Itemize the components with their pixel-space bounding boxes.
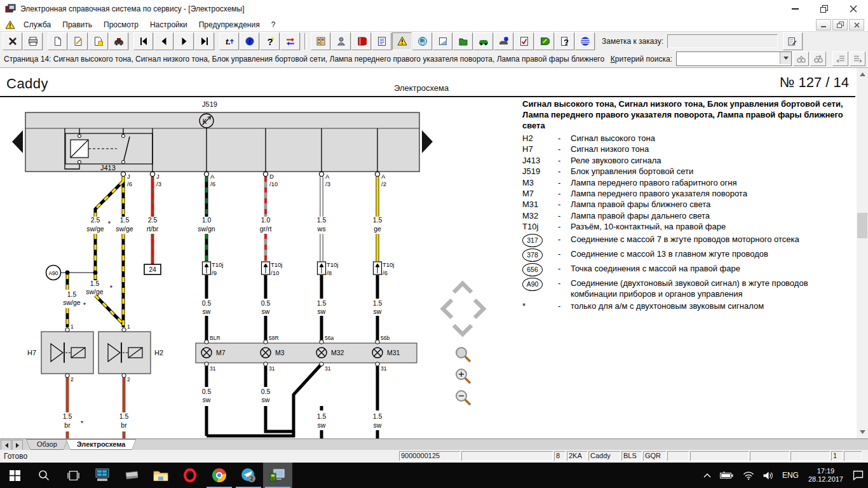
task-view-button[interactable] (58, 463, 88, 488)
svg-text:0.5: 0.5 (202, 299, 212, 307)
new-note-button[interactable] (88, 32, 108, 50)
edit-document-button[interactable] (68, 32, 88, 50)
plan-button[interactable] (433, 32, 452, 50)
list-forward-icon (853, 55, 863, 64)
help-document-icon: ? (560, 36, 570, 46)
combobox-dropdown-button[interactable] (780, 52, 791, 64)
nav-next-button[interactable] (174, 32, 194, 50)
svg-text:*: * (83, 301, 86, 309)
help-button[interactable]: ? (260, 32, 280, 50)
search-button[interactable] (793, 51, 809, 66)
tab-scroll-left-button[interactable] (1, 440, 11, 451)
status-cell: 2KA (567, 451, 587, 461)
info-button[interactable]: i (240, 32, 259, 50)
document-type: Электросхема (394, 83, 449, 93)
customer-button[interactable] (331, 32, 351, 50)
action-center-button[interactable] (848, 463, 868, 488)
exit-button[interactable] (3, 32, 22, 50)
document-list-button[interactable] (372, 32, 391, 50)
pan-up-arrow[interactable] (454, 283, 471, 292)
svg-text:56b: 56b (381, 335, 390, 341)
tray-expand-button[interactable] (699, 463, 715, 488)
history-button[interactable]: t. (219, 32, 239, 50)
menu-item-preduprezhdeniya[interactable]: Предупреждения (193, 19, 266, 30)
pan-down-arrow[interactable] (454, 325, 471, 334)
tray-wifi[interactable] (738, 463, 759, 488)
svg-text:sw: sw (262, 396, 270, 403)
vertical-scrollbar[interactable] (857, 68, 868, 438)
globe-button[interactable] (412, 32, 432, 50)
nav-first-button[interactable] (133, 32, 153, 50)
swap-button[interactable] (280, 32, 300, 50)
restore-button[interactable] (810, 0, 839, 18)
vehicle-data-button[interactable]: i (494, 32, 513, 50)
scroll-up-arrow[interactable] (857, 69, 868, 79)
service-book-button[interactable] (534, 32, 554, 50)
menu-item-nastroyki[interactable]: Настройки (144, 19, 193, 30)
zoom-reset-icon[interactable] (456, 348, 470, 362)
taskbar-elsa-active[interactable] (263, 463, 292, 488)
nav-prev-button[interactable] (154, 32, 173, 50)
taskbar-drive[interactable] (117, 463, 146, 488)
taskbar-search-button[interactable] (29, 463, 58, 488)
taskbar-chrome[interactable] (205, 463, 234, 488)
tray-date: 28.12.2017 (808, 475, 843, 484)
parts-catalog-button[interactable] (311, 32, 330, 50)
new-document-button[interactable] (48, 32, 67, 50)
mdi-minimize-button[interactable] (816, 19, 831, 30)
svg-text:sw: sw (374, 421, 382, 429)
tab-scroll-right-button[interactable] (12, 440, 23, 451)
status-cell: 8 (554, 451, 566, 461)
note-open-button[interactable] (783, 32, 803, 50)
tray-language[interactable]: ENG (778, 463, 803, 488)
list-back-button[interactable] (832, 51, 848, 66)
repair-manual-button[interactable] (351, 32, 371, 50)
close-button[interactable] (839, 0, 868, 18)
taskbar-telegram[interactable]: 2 (234, 463, 263, 488)
menu-item-help[interactable]: ? (266, 19, 281, 30)
scroll-down-arrow[interactable] (857, 427, 868, 437)
pan-left-arrow[interactable] (443, 300, 452, 318)
mdi-restore-button[interactable] (832, 19, 848, 30)
tray-volume[interactable] (759, 463, 778, 488)
start-button[interactable] (0, 463, 29, 488)
network-button[interactable] (575, 32, 595, 50)
svg-text:0.5: 0.5 (202, 388, 212, 395)
pan-right-arrow[interactable] (475, 300, 484, 318)
menu-item-pravit[interactable]: Править (57, 19, 98, 30)
tab-elektroskhema[interactable]: Электросхема (66, 439, 137, 450)
svg-text:D: D (269, 173, 274, 180)
zoom-in-icon[interactable] (456, 369, 470, 383)
taskbar-explorer[interactable] (146, 463, 175, 488)
checklist-button[interactable] (514, 32, 534, 50)
svg-text:*: * (110, 284, 113, 292)
taskbar-opera[interactable] (175, 463, 205, 488)
opera-icon (183, 468, 197, 482)
list-forward-button[interactable] (850, 51, 865, 66)
tray-battery[interactable] (715, 463, 738, 488)
svg-text:0.5: 0.5 (261, 299, 271, 307)
legend-entry: J519-Блок управления бортовой сети (522, 166, 855, 177)
search-criteria-combobox[interactable] (676, 51, 792, 66)
search-next-button[interactable] (810, 51, 826, 66)
vehicle-button[interactable] (109, 32, 128, 50)
zoom-out-icon[interactable] (456, 391, 470, 405)
warnings-button[interactable] (392, 32, 412, 50)
help-document-button[interactable]: ? (555, 32, 574, 50)
search-criteria-value[interactable] (677, 52, 780, 65)
tray-clock[interactable]: 17:19 28.12.2017 (803, 467, 848, 484)
service-book-icon (539, 36, 550, 46)
tab-obzor[interactable]: Обзор (26, 439, 68, 450)
nav-last-button[interactable] (194, 32, 214, 50)
print-button[interactable] (23, 32, 43, 50)
note-input[interactable] (667, 34, 778, 48)
minimize-button[interactable] (780, 0, 810, 18)
svg-text:rt/br: rt/br (147, 225, 159, 233)
menu-item-prosmotr[interactable]: Просмотр (98, 19, 144, 30)
taskbar-this-pc[interactable] (88, 463, 117, 488)
scrollbar-thumb[interactable] (857, 213, 867, 238)
menu-item-sluzhba[interactable]: Служба (18, 19, 57, 30)
vehicle-green-button[interactable] (473, 32, 493, 50)
mdi-close-button[interactable] (849, 19, 864, 30)
green-folder-button[interactable] (453, 32, 473, 50)
